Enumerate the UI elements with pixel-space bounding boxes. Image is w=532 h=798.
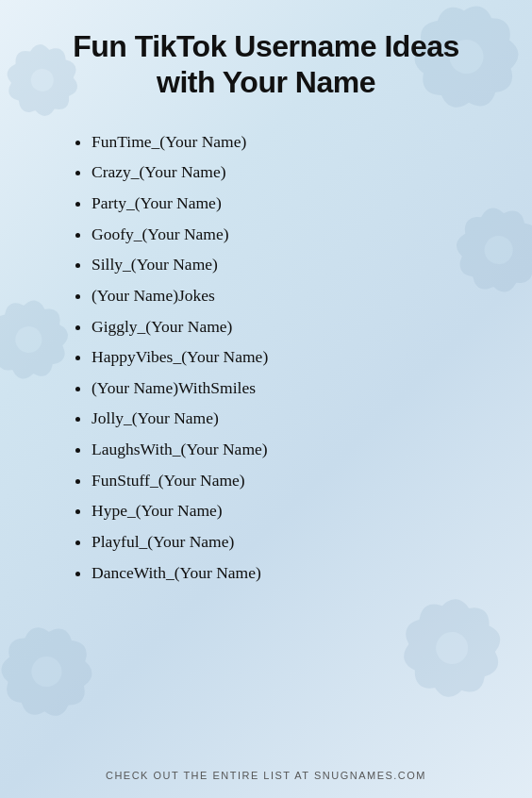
username-item-6: Giggly_(Your Name): [91, 312, 469, 341]
username-item-9: Jolly_(Your Name): [91, 404, 469, 433]
username-item-1: Crazy_(Your Name): [91, 158, 469, 187]
username-item-5: (Your Name)Jokes: [91, 281, 469, 310]
username-item-12: Hype_(Your Name): [91, 496, 469, 525]
username-item-7: HappyVibes_(Your Name): [91, 342, 469, 372]
username-item-0: FunTime_(Your Name): [91, 127, 469, 157]
username-item-10: LaughsWith_(Your Name): [91, 435, 469, 464]
username-item-14: DanceWith_(Your Name): [91, 558, 469, 588]
username-item-4: Silly_(Your Name): [91, 250, 469, 279]
username-item-3: Goofy_(Your Name): [91, 220, 469, 249]
username-item-11: FunStuff_(Your Name): [91, 466, 469, 495]
username-item-13: Playful_(Your Name): [91, 527, 469, 557]
username-item-8: (Your Name)WithSmiles: [91, 374, 469, 403]
username-list: FunTime_(Your Name)Crazy_(Your Name)Part…: [63, 127, 469, 589]
page-title: Fun TikTok Username Ideas with Your Name: [73, 28, 459, 101]
main-content: Fun TikTok Username Ideas with Your Name…: [0, 0, 532, 798]
username-item-2: Party_(Your Name): [91, 189, 469, 218]
